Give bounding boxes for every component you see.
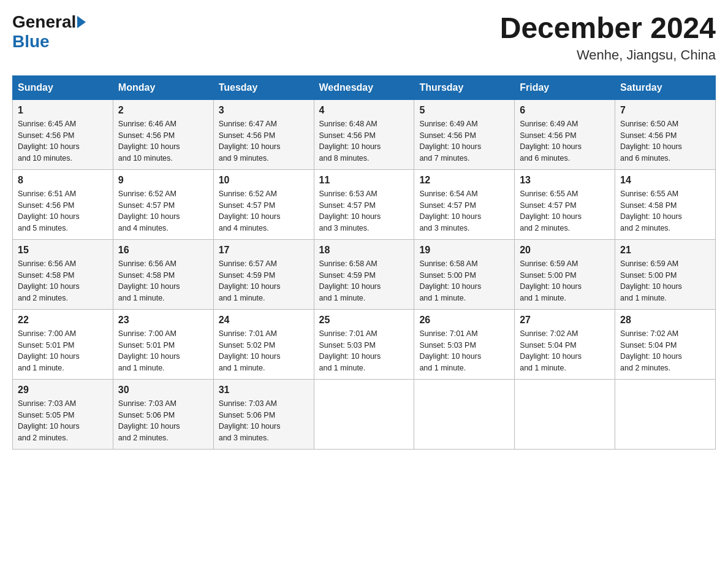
day-info: Sunrise: 6:52 AMSunset: 4:57 PMDaylight:…: [219, 188, 309, 234]
day-number: 21: [620, 245, 710, 256]
day-number: 15: [18, 245, 108, 256]
calendar-week-row: 29Sunrise: 7:03 AMSunset: 5:05 PMDayligh…: [13, 379, 716, 449]
day-number: 18: [319, 245, 409, 256]
calendar-cell: 18Sunrise: 6:58 AMSunset: 4:59 PMDayligh…: [314, 239, 414, 309]
day-number: 12: [419, 175, 509, 186]
day-info: Sunrise: 7:00 AMSunset: 5:01 PMDaylight:…: [118, 328, 208, 374]
day-number: 20: [520, 245, 610, 256]
calendar-cell: 29Sunrise: 7:03 AMSunset: 5:05 PMDayligh…: [13, 379, 113, 449]
day-info: Sunrise: 6:59 AMSunset: 5:00 PMDaylight:…: [620, 258, 710, 304]
day-number: 29: [18, 385, 108, 396]
calendar-cell: 12Sunrise: 6:54 AMSunset: 4:57 PMDayligh…: [414, 169, 515, 239]
day-info: Sunrise: 6:46 AMSunset: 4:56 PMDaylight:…: [118, 118, 208, 164]
day-number: 11: [319, 175, 409, 186]
calendar-cell: [314, 379, 414, 449]
calendar-cell: [515, 379, 615, 449]
calendar-header-saturday: Saturday: [615, 75, 716, 99]
logo: General Blue: [12, 12, 87, 52]
day-number: 16: [118, 245, 208, 256]
calendar-cell: 24Sunrise: 7:01 AMSunset: 5:02 PMDayligh…: [213, 309, 314, 379]
day-number: 26: [419, 315, 509, 326]
day-number: 3: [219, 105, 309, 116]
day-info: Sunrise: 6:49 AMSunset: 4:56 PMDaylight:…: [419, 118, 509, 164]
calendar-cell: 16Sunrise: 6:56 AMSunset: 4:58 PMDayligh…: [113, 239, 213, 309]
day-info: Sunrise: 6:56 AMSunset: 4:58 PMDaylight:…: [18, 258, 108, 304]
day-info: Sunrise: 6:57 AMSunset: 4:59 PMDaylight:…: [219, 258, 309, 304]
day-info: Sunrise: 6:47 AMSunset: 4:56 PMDaylight:…: [219, 118, 309, 164]
location-subtitle: Wenhe, Jiangsu, China: [500, 47, 716, 63]
calendar-cell: 7Sunrise: 6:50 AMSunset: 4:56 PMDaylight…: [615, 99, 716, 169]
day-info: Sunrise: 7:01 AMSunset: 5:02 PMDaylight:…: [219, 328, 309, 374]
calendar-cell: 25Sunrise: 7:01 AMSunset: 5:03 PMDayligh…: [314, 309, 414, 379]
day-number: 17: [219, 245, 309, 256]
calendar-week-row: 22Sunrise: 7:00 AMSunset: 5:01 PMDayligh…: [13, 309, 716, 379]
day-number: 5: [419, 105, 509, 116]
day-info: Sunrise: 7:01 AMSunset: 5:03 PMDaylight:…: [319, 328, 409, 374]
calendar-header-friday: Friday: [515, 75, 615, 99]
calendar-cell: [615, 379, 716, 449]
day-info: Sunrise: 6:49 AMSunset: 4:56 PMDaylight:…: [520, 118, 610, 164]
page-header: General Blue December 2024 Wenhe, Jiangs…: [12, 12, 716, 63]
calendar-week-row: 8Sunrise: 6:51 AMSunset: 4:56 PMDaylight…: [13, 169, 716, 239]
calendar-cell: 20Sunrise: 6:59 AMSunset: 5:00 PMDayligh…: [515, 239, 615, 309]
day-info: Sunrise: 7:01 AMSunset: 5:03 PMDaylight:…: [419, 328, 509, 374]
day-number: 2: [118, 105, 208, 116]
calendar-cell: 4Sunrise: 6:48 AMSunset: 4:56 PMDaylight…: [314, 99, 414, 169]
day-info: Sunrise: 6:51 AMSunset: 4:56 PMDaylight:…: [18, 188, 108, 234]
logo-general-text: General: [12, 12, 76, 32]
calendar-cell: 31Sunrise: 7:03 AMSunset: 5:06 PMDayligh…: [213, 379, 314, 449]
calendar-cell: 17Sunrise: 6:57 AMSunset: 4:59 PMDayligh…: [213, 239, 314, 309]
day-info: Sunrise: 7:03 AMSunset: 5:05 PMDaylight:…: [18, 398, 108, 444]
calendar-header-sunday: Sunday: [13, 75, 113, 99]
day-number: 19: [419, 245, 509, 256]
calendar-table: SundayMondayTuesdayWednesdayThursdayFrid…: [12, 75, 716, 450]
calendar-cell: 15Sunrise: 6:56 AMSunset: 4:58 PMDayligh…: [13, 239, 113, 309]
calendar-week-row: 1Sunrise: 6:45 AMSunset: 4:56 PMDaylight…: [13, 99, 716, 169]
day-info: Sunrise: 6:59 AMSunset: 5:00 PMDaylight:…: [520, 258, 610, 304]
day-info: Sunrise: 6:58 AMSunset: 5:00 PMDaylight:…: [419, 258, 509, 304]
calendar-cell: 6Sunrise: 6:49 AMSunset: 4:56 PMDaylight…: [515, 99, 615, 169]
day-number: 10: [219, 175, 309, 186]
day-number: 1: [18, 105, 108, 116]
day-number: 7: [620, 105, 710, 116]
day-info: Sunrise: 6:45 AMSunset: 4:56 PMDaylight:…: [18, 118, 108, 164]
day-number: 8: [18, 175, 108, 186]
day-number: 31: [219, 385, 309, 396]
logo-arrow-icon: [77, 16, 86, 28]
day-info: Sunrise: 6:54 AMSunset: 4:57 PMDaylight:…: [419, 188, 509, 234]
day-number: 4: [319, 105, 409, 116]
calendar-header-thursday: Thursday: [414, 75, 515, 99]
calendar-header-row: SundayMondayTuesdayWednesdayThursdayFrid…: [13, 75, 716, 99]
day-number: 9: [118, 175, 208, 186]
calendar-cell: 5Sunrise: 6:49 AMSunset: 4:56 PMDaylight…: [414, 99, 515, 169]
day-info: Sunrise: 7:02 AMSunset: 5:04 PMDaylight:…: [520, 328, 610, 374]
day-info: Sunrise: 7:03 AMSunset: 5:06 PMDaylight:…: [118, 398, 208, 444]
calendar-cell: 13Sunrise: 6:55 AMSunset: 4:57 PMDayligh…: [515, 169, 615, 239]
day-number: 13: [520, 175, 610, 186]
calendar-header-monday: Monday: [113, 75, 213, 99]
day-number: 27: [520, 315, 610, 326]
calendar-cell: 30Sunrise: 7:03 AMSunset: 5:06 PMDayligh…: [113, 379, 213, 449]
day-info: Sunrise: 6:55 AMSunset: 4:58 PMDaylight:…: [620, 188, 710, 234]
day-info: Sunrise: 6:53 AMSunset: 4:57 PMDaylight:…: [319, 188, 409, 234]
day-number: 14: [620, 175, 710, 186]
day-info: Sunrise: 6:58 AMSunset: 4:59 PMDaylight:…: [319, 258, 409, 304]
logo-blue-text: Blue: [12, 32, 50, 52]
calendar-header-wednesday: Wednesday: [314, 75, 414, 99]
calendar-header-tuesday: Tuesday: [213, 75, 314, 99]
day-number: 6: [520, 105, 610, 116]
calendar-cell: 28Sunrise: 7:02 AMSunset: 5:04 PMDayligh…: [615, 309, 716, 379]
day-number: 28: [620, 315, 710, 326]
day-info: Sunrise: 6:55 AMSunset: 4:57 PMDaylight:…: [520, 188, 610, 234]
calendar-cell: 3Sunrise: 6:47 AMSunset: 4:56 PMDaylight…: [213, 99, 314, 169]
calendar-cell: 22Sunrise: 7:00 AMSunset: 5:01 PMDayligh…: [13, 309, 113, 379]
calendar-cell: 19Sunrise: 6:58 AMSunset: 5:00 PMDayligh…: [414, 239, 515, 309]
calendar-cell: 26Sunrise: 7:01 AMSunset: 5:03 PMDayligh…: [414, 309, 515, 379]
calendar-cell: 21Sunrise: 6:59 AMSunset: 5:00 PMDayligh…: [615, 239, 716, 309]
day-info: Sunrise: 6:50 AMSunset: 4:56 PMDaylight:…: [620, 118, 710, 164]
calendar-cell: 8Sunrise: 6:51 AMSunset: 4:56 PMDaylight…: [13, 169, 113, 239]
day-number: 22: [18, 315, 108, 326]
calendar-cell: [414, 379, 515, 449]
calendar-cell: 1Sunrise: 6:45 AMSunset: 4:56 PMDaylight…: [13, 99, 113, 169]
day-info: Sunrise: 7:03 AMSunset: 5:06 PMDaylight:…: [219, 398, 309, 444]
